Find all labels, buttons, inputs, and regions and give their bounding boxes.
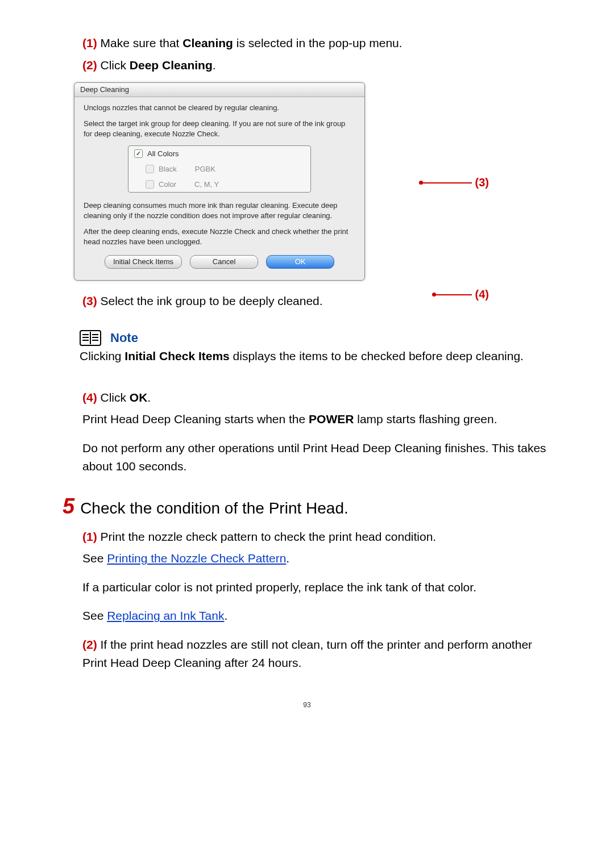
note-body-bold: Initial Check Items <box>125 349 229 362</box>
step-3-text: Select the ink group to be deeply cleane… <box>97 294 323 307</box>
step-2: (2) Click Deep Cleaning. <box>82 56 554 75</box>
replacing-ink-tank-link[interactable]: Replacing an Ink Tank <box>107 609 224 622</box>
big-step-5-text: Check the condition of the Print Head. <box>80 499 349 518</box>
dialog-p2: Select the target ink group for deep cle… <box>84 119 355 139</box>
document-page: (1) Make sure that Cleaning is selected … <box>0 0 614 754</box>
page-number: 93 <box>51 701 563 709</box>
step5-s2-text: If the print head nozzles are still not … <box>82 638 532 670</box>
callout-3-line-icon <box>422 182 472 183</box>
ink-row-black[interactable]: Black PGBK <box>128 161 310 177</box>
note-body-c: displays the items to be checked before … <box>230 349 524 362</box>
step-4: (4) Click OK. <box>82 389 554 407</box>
deep-cleaning-dialog: Deep Cleaning Unclogs nozzles that canno… <box>74 82 365 281</box>
ink-color-desc: C, M, Y <box>194 180 219 189</box>
callout-4-line-icon <box>435 294 472 295</box>
initial-check-items-button[interactable]: Initial Check Items <box>105 255 182 269</box>
checkbox-all-colors-icon[interactable] <box>134 149 143 158</box>
callout-4: (4) <box>432 288 489 301</box>
step-2-text-a: Click <box>97 59 130 72</box>
ink-color-label: Color <box>159 180 176 189</box>
step-4-bold: OK <box>130 391 148 404</box>
step-1-text-c: is selected in the pop-up menu. <box>233 36 403 49</box>
checkbox-color-icon[interactable] <box>146 180 154 189</box>
ink-black-desc: PGBK <box>195 165 215 173</box>
step-4-number: (4) <box>82 391 97 404</box>
note-heading: Note <box>80 330 563 346</box>
step5-see2-c: . <box>224 609 227 622</box>
step5-see1-a: See <box>82 552 107 565</box>
dialog-title: Deep Cleaning <box>74 83 364 97</box>
step5-see2: See Replacing an Ink Tank. <box>82 607 554 625</box>
ink-row-color[interactable]: Color C, M, Y <box>128 177 310 192</box>
note-label: Note <box>110 331 138 345</box>
ok-button[interactable]: OK <box>266 255 334 269</box>
step-1-number: (1) <box>82 36 97 49</box>
callout-4-label: (4) <box>475 288 489 301</box>
cancel-button[interactable]: Cancel <box>190 255 258 269</box>
step-4-para-1: Print Head Deep Cleaning starts when the… <box>82 410 554 429</box>
ink-black-label: Black <box>159 165 177 173</box>
step-4-text-a: Click <box>97 391 130 404</box>
step5-see1: See Printing the Nozzle Check Pattern. <box>82 549 554 568</box>
big-step-5: 5 Check the condition of the Print Head. <box>63 495 563 518</box>
step5-s1-text: Print the nozzle check pattern to check … <box>97 530 437 543</box>
step-2-text-c: . <box>213 59 216 72</box>
step-1-bold: Cleaning <box>182 36 233 49</box>
step-3-number: (3) <box>82 294 97 307</box>
dialog-p3: Deep cleaning consumes much more ink tha… <box>84 201 355 221</box>
dialog-body: Unclogs nozzles that cannot be cleared b… <box>74 97 364 280</box>
step-2-number: (2) <box>82 59 97 72</box>
step-4-p1-c: lamp starts flashing green. <box>354 412 497 425</box>
note-body: Clicking Initial Check Items displays th… <box>80 347 551 366</box>
step-4-text-c: . <box>147 391 151 404</box>
ink-group-box: All Colors Black PGBK Color C, M, Y <box>128 145 311 193</box>
step5-s2: (2) If the print head nozzles are still … <box>82 636 554 673</box>
nozzle-check-pattern-link[interactable]: Printing the Nozzle Check Pattern <box>107 552 286 565</box>
step5-see1-c: . <box>286 552 289 565</box>
step-2-bold: Deep Cleaning <box>130 59 213 72</box>
dialog-p1: Unclogs nozzles that cannot be cleared b… <box>84 103 355 113</box>
note-icon <box>80 330 101 346</box>
ink-all-label: All Colors <box>147 149 179 158</box>
step5-see2-a: See <box>82 609 107 622</box>
callout-3: (3) <box>419 176 489 189</box>
step-4-p1-bold: POWER <box>309 412 354 425</box>
dialog-button-row: Initial Check Items Cancel OK <box>84 255 355 269</box>
ink-row-all[interactable]: All Colors <box>128 146 310 161</box>
step-1: (1) Make sure that Cleaning is selected … <box>82 34 554 53</box>
step5-s2-number: (2) <box>82 638 97 651</box>
step-4-p1-a: Print Head Deep Cleaning starts when the <box>82 412 309 425</box>
step5-s1: (1) Print the nozzle check pattern to ch… <box>82 528 554 546</box>
step-1-text-a: Make sure that <box>97 36 183 49</box>
big-step-5-number: 5 <box>63 495 74 517</box>
step-4-para-2: Do not perform any other operations unti… <box>82 439 554 476</box>
deep-cleaning-dialog-wrap: Deep Cleaning Unclogs nozzles that canno… <box>74 82 426 281</box>
step5-s1-number: (1) <box>82 530 97 543</box>
note-body-a: Clicking <box>80 349 125 362</box>
callout-3-label: (3) <box>475 176 489 189</box>
step5-color-para: If a particular color is not printed pro… <box>82 578 554 597</box>
checkbox-black-icon[interactable] <box>146 165 154 173</box>
dialog-p4: After the deep cleaning ends, execute No… <box>84 227 355 247</box>
